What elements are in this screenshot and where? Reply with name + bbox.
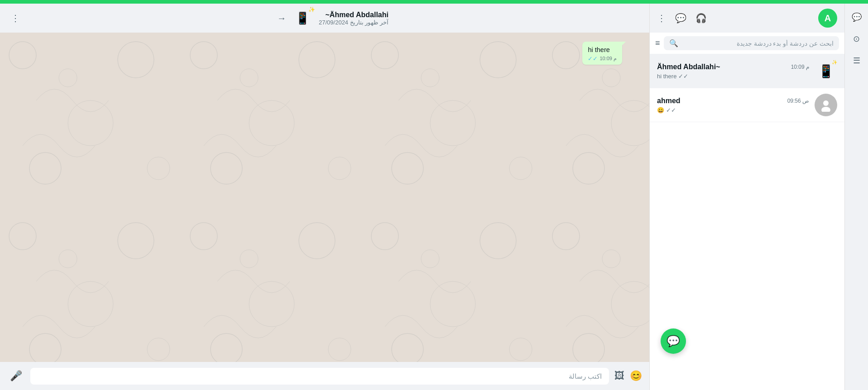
sidebar-chat-icon[interactable]: 💬 xyxy=(847,7,867,27)
contact-last-msg: 😀 xyxy=(657,107,664,114)
contact-time: ص 09:56 xyxy=(787,98,809,104)
contacts-header: ⋮ 💬 🎧 A xyxy=(650,4,844,33)
sparkle-small-icon: ✨ xyxy=(832,60,837,65)
sidebar-menu-icon[interactable]: ☰ xyxy=(847,51,867,71)
contacts-header-icons: ⋮ 💬 🎧 xyxy=(657,13,707,24)
back-arrow-icon[interactable]: → xyxy=(277,13,286,24)
new-chat-fab[interactable]: 💬 xyxy=(661,328,686,354)
phone-sticker-icon: 📱 xyxy=(818,64,834,79)
contact-top-row: ص 09:56 ahmed xyxy=(657,97,809,105)
chat-contact-info: Ähmed Abdallahi~ آخر ظهور بتاريخ 27/09/2… xyxy=(319,11,388,26)
chat-input-area: 🎤 🖼 😊 xyxy=(0,362,649,390)
contact-item[interactable]: 📱 ✨ م 10:09 ~Ähmed Abdallahi ✓✓ hi there xyxy=(650,54,844,88)
contact-ticks: ✓✓ xyxy=(678,73,688,80)
message-text: hi there xyxy=(588,45,617,54)
filter-icon[interactable]: ≡ xyxy=(655,38,660,48)
svg-point-1 xyxy=(821,107,830,112)
chat-menu-icon[interactable]: ⋮ xyxy=(7,9,24,27)
contact-sticker: 📱 ✨ xyxy=(292,7,313,29)
contact-last-msg-row: ✓✓ 😀 xyxy=(657,107,809,114)
contact-top-row: م 10:09 ~Ähmed Abdallahi xyxy=(657,63,809,71)
contact-ticks: ✓✓ xyxy=(666,107,676,114)
search-icon: 🔍 xyxy=(669,39,678,48)
contact-name: ~Ähmed Abdallahi xyxy=(657,63,720,71)
side-bar: 💬 ⊙ ☰ xyxy=(844,4,868,390)
mic-button[interactable]: 🎤 xyxy=(7,367,25,385)
message-bubble: hi there ✓✓ م 10:09 xyxy=(582,42,622,65)
contact-time: م 10:09 xyxy=(791,64,809,70)
top-bar xyxy=(0,0,868,4)
message-input[interactable] xyxy=(30,368,609,385)
sidebar-circle-icon[interactable]: ⊙ xyxy=(847,29,867,49)
search-input[interactable] xyxy=(682,40,834,47)
person-silhouette-icon xyxy=(819,98,833,112)
message-meta: ✓✓ م 10:09 xyxy=(588,55,617,62)
chat-contact-status: آخر ظهور بتاريخ 27/09/2024 xyxy=(319,19,388,26)
search-bar: ≡ 🔍 xyxy=(650,33,844,54)
attach-image-button[interactable]: 🖼 xyxy=(614,370,624,382)
chat-header: ⋮ → 📱 ✨ Ähmed Abdallahi~ آخر ظهور بتاريخ… xyxy=(0,4,649,33)
message-ticks: ✓✓ xyxy=(588,55,598,62)
contact-info: م 10:09 ~Ähmed Abdallahi ✓✓ hi there xyxy=(657,63,809,80)
contact-msg-with-ticks: ✓✓ hi there xyxy=(657,73,688,80)
svg-point-0 xyxy=(823,100,829,106)
contact-msg-with-ticks: ✓✓ 😀 xyxy=(657,107,676,114)
headset-icon[interactable]: 🎧 xyxy=(695,13,707,24)
emoji-button[interactable]: 😊 xyxy=(630,370,642,382)
chat-messages-area: hi there ✓✓ م 10:09 xyxy=(0,33,649,362)
contacts-panel: ⋮ 💬 🎧 A ≡ 🔍 📱 ✨ xyxy=(650,4,844,390)
new-chat-fab-icon: 💬 xyxy=(667,335,680,347)
contact-last-msg-row: ✓✓ hi there xyxy=(657,73,809,80)
contact-avatar-sticker: 📱 ✨ xyxy=(815,60,837,82)
sparkle-icon: ✨ xyxy=(308,6,315,13)
user-avatar[interactable]: A xyxy=(818,9,837,28)
contact-name: ahmed xyxy=(657,97,681,105)
contacts-menu-icon[interactable]: ⋮ xyxy=(657,13,666,24)
contact-avatar-gray xyxy=(815,94,837,116)
contact-item[interactable]: ص 09:56 ahmed ✓✓ 😀 xyxy=(650,88,844,122)
chat-panel: ⋮ → 📱 ✨ Ähmed Abdallahi~ آخر ظهور بتاريخ… xyxy=(0,4,650,390)
chat-contact-name[interactable]: Ähmed Abdallahi~ xyxy=(319,11,388,19)
contact-info: ص 09:56 ahmed ✓✓ 😀 xyxy=(657,97,809,114)
phone-emoji-icon: 📱 xyxy=(295,11,310,25)
bubble-tail xyxy=(622,42,626,45)
new-chat-icon[interactable]: 💬 xyxy=(675,13,686,24)
search-wrapper: 🔍 xyxy=(664,36,839,50)
message-time: م 10:09 xyxy=(599,56,617,62)
contact-last-msg: hi there xyxy=(657,73,676,80)
